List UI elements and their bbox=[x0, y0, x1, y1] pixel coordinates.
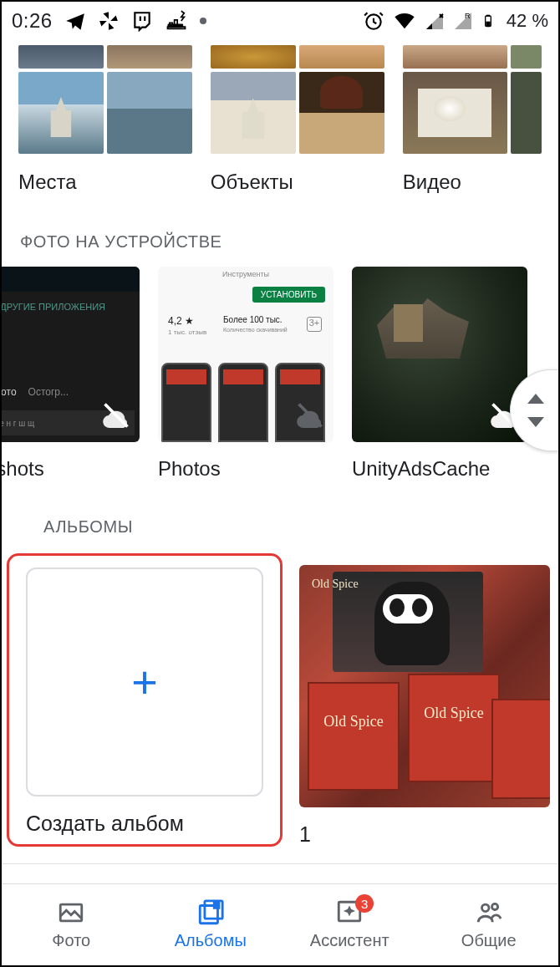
status-time: 0:26 bbox=[12, 9, 53, 33]
svg-rect-0 bbox=[167, 24, 183, 28]
category-label: Объекты bbox=[211, 170, 384, 194]
create-album-label: Создать альбом bbox=[26, 812, 263, 836]
svg-rect-4 bbox=[486, 15, 490, 17]
wifi-icon bbox=[393, 9, 416, 33]
nav-assistant[interactable]: 3 Ассистент bbox=[280, 884, 420, 965]
device-folder-label: UnityAdsCache bbox=[352, 457, 527, 481]
svg-rect-5 bbox=[486, 22, 490, 26]
sleep-icon bbox=[165, 9, 188, 33]
photos-icon bbox=[57, 899, 85, 926]
nav-albums[interactable]: Альбомы bbox=[141, 884, 281, 965]
device-photos-row[interactable]: Ь ДРУГИЕ ПРИЛОЖЕНИЯ ФотоОстогр... к е н … bbox=[0, 258, 558, 481]
nav-label: Альбомы bbox=[175, 931, 247, 950]
category-label: Видео bbox=[403, 170, 542, 194]
plus-icon: + bbox=[131, 659, 158, 705]
install-button: УСТАНОВИТЬ bbox=[252, 287, 325, 303]
svg-point-12 bbox=[491, 903, 497, 909]
section-device-photos: ФОТО НА УСТРОЙСТВЕ bbox=[2, 194, 558, 258]
category-things[interactable]: Объекты bbox=[211, 45, 384, 194]
category-places[interactable]: Места bbox=[18, 45, 192, 194]
nav-photos[interactable]: Фото bbox=[2, 884, 141, 965]
twitch-icon bbox=[131, 10, 153, 32]
no-sync-icon bbox=[101, 400, 131, 434]
device-folder-unityadscache[interactable]: UnityAdsCache bbox=[352, 267, 527, 481]
device-folder-screenshots[interactable]: Ь ДРУГИЕ ПРИЛОЖЕНИЯ ФотоОстогр... к е н … bbox=[0, 267, 140, 481]
dot-icon bbox=[200, 18, 206, 24]
device-folder-label: Photos bbox=[158, 457, 333, 481]
svg-rect-9 bbox=[213, 901, 221, 909]
album-item[interactable]: Old Spice Old Spice Old Spice 1 bbox=[299, 553, 550, 847]
category-videos[interactable]: Видео bbox=[403, 45, 542, 194]
section-albums: АЛЬБОМЫ bbox=[2, 481, 558, 543]
category-label: Места bbox=[18, 170, 192, 194]
album-count: 1 bbox=[299, 822, 550, 847]
telegram-icon bbox=[64, 10, 86, 32]
chevron-down-icon bbox=[527, 417, 544, 427]
status-bar: 0:26 R 42 % bbox=[2, 2, 558, 40]
device-folder-photos[interactable]: Инструменты УСТАНОВИТЬ 4,2 ★ 1 тыс. отзы… bbox=[158, 267, 333, 481]
alarm-icon bbox=[363, 10, 384, 32]
nav-label: Фото bbox=[52, 931, 90, 950]
create-album-highlighted: + Создать альбом bbox=[7, 553, 283, 847]
albums-icon bbox=[196, 899, 225, 926]
device-folder-label: nshots bbox=[0, 457, 140, 481]
assistant-icon: 3 bbox=[335, 899, 364, 926]
battery-icon bbox=[481, 9, 495, 33]
pinwheel-icon bbox=[98, 10, 120, 32]
bottom-nav: Фото Альбомы 3 Ассистент Общие bbox=[2, 883, 558, 965]
nav-sharing[interactable]: Общие bbox=[420, 884, 559, 965]
battery-text: 42 % bbox=[507, 10, 548, 32]
nav-label: Ассистент bbox=[310, 931, 389, 950]
status-left: 0:26 bbox=[12, 9, 206, 33]
albums-row: + Создать альбом Old Spice Old Spice Old… bbox=[2, 543, 558, 847]
sharing-icon bbox=[475, 899, 503, 926]
assistant-badge: 3 bbox=[355, 894, 374, 913]
nav-label: Общие bbox=[461, 931, 517, 950]
no-sync-icon bbox=[295, 400, 325, 434]
categories-row: Места Объекты Видео bbox=[2, 40, 558, 194]
signal1-icon bbox=[425, 11, 445, 31]
chevron-up-icon bbox=[527, 394, 544, 404]
create-album-button[interactable]: + bbox=[26, 567, 263, 797]
svg-text:R: R bbox=[465, 12, 471, 20]
signal2-icon: R bbox=[453, 11, 473, 31]
status-right: R 42 % bbox=[363, 9, 548, 33]
svg-point-11 bbox=[481, 904, 489, 912]
